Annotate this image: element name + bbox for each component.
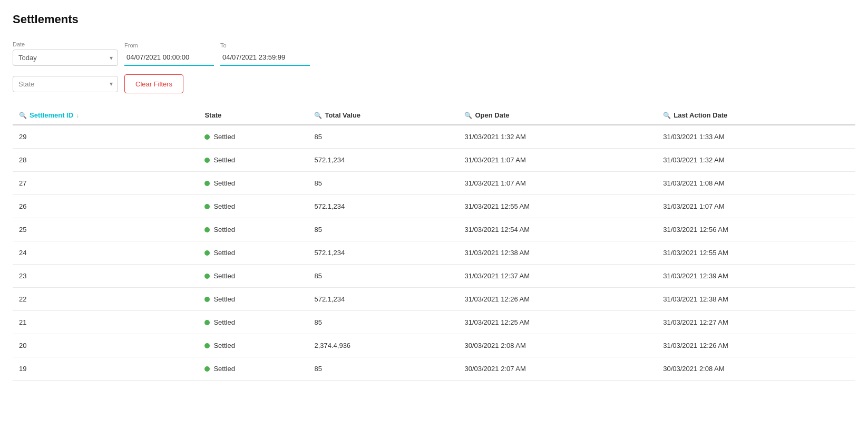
state-cell: Settled [198,241,308,265]
state-label: Settled [213,226,235,233]
date-filter-group: Date Today Yesterday Last 7 Days Last 30… [13,41,118,66]
settlement-id-cell: 21 [13,311,198,334]
open-date-search-icon: 🔍 [464,112,472,119]
open-date-cell: 31/03/2021 1:07 AM [458,149,657,172]
state-label: Settled [213,295,235,303]
state-indicator-dot [204,274,210,279]
last-action-date-cell: 31/03/2021 1:33 AM [657,125,855,149]
from-date-input[interactable] [124,50,214,66]
to-date-input[interactable] [220,50,310,66]
col-last-action-date: 🔍 Last Action Date [657,106,855,125]
state-cell: Settled [198,195,308,218]
table-header-row: 🔍 Settlement ID ↓ State 🔍 Total [13,106,855,125]
state-label: Settled [213,249,235,257]
settlements-table: 🔍 Settlement ID ↓ State 🔍 Total [13,106,855,381]
settlement-id-cell: 26 [13,195,198,218]
state-select-wrapper: State Settled Open Pending ▾ [13,76,118,92]
state-cell: Settled [198,288,308,311]
total-value-cell: 2,374.4,936 [308,334,458,357]
state-cell: Settled [198,218,308,241]
state-indicator-dot [204,158,210,163]
total-value-cell: 85 [308,265,458,288]
state-indicator-dot [204,227,210,232]
table-row[interactable]: 24Settled572.1,23431/03/2021 12:38 AM31/… [13,241,855,265]
total-value-cell: 85 [308,172,458,195]
total-value-cell: 85 [308,357,458,381]
settlement-id-cell: 29 [13,125,198,149]
settlement-id-search-icon: 🔍 [19,112,27,119]
open-date-cell: 31/03/2021 1:07 AM [458,172,657,195]
settlement-id-cell: 25 [13,218,198,241]
state-label: Settled [213,272,235,280]
state-indicator-dot [204,181,210,186]
state-label: Settled [213,365,235,373]
table-row[interactable]: 29Settled8531/03/2021 1:32 AM31/03/2021 … [13,125,855,149]
table-row[interactable]: 20Settled2,374.4,93630/03/2021 2:08 AM31… [13,334,855,357]
last-action-date-cell: 31/03/2021 12:26 AM [657,334,855,357]
settlement-id-cell: 20 [13,334,198,357]
table-row[interactable]: 25Settled8531/03/2021 12:54 AM31/03/2021… [13,218,855,241]
last-action-date-cell: 31/03/2021 1:08 AM [657,172,855,195]
col-open-date-label: Open Date [475,111,509,119]
settlements-table-container: 🔍 Settlement ID ↓ State 🔍 Total [13,106,855,381]
total-value-cell: 85 [308,125,458,149]
date-filter-label: Date [13,41,118,47]
table-header: 🔍 Settlement ID ↓ State 🔍 Total [13,106,855,125]
total-value-cell: 572.1,234 [308,288,458,311]
to-label: To [220,42,310,48]
from-date-group: From [124,42,214,66]
page-container: Settlements Date Today Yesterday Last 7 … [0,0,868,393]
total-value-cell: 572.1,234 [308,241,458,265]
state-label: Settled [213,133,235,141]
table-row[interactable]: 23Settled8531/03/2021 12:37 AM31/03/2021… [13,265,855,288]
settlement-id-sort-icon[interactable]: ↓ [76,112,79,119]
last-action-date-cell: 31/03/2021 1:32 AM [657,149,855,172]
open-date-cell: 30/03/2021 2:07 AM [458,357,657,381]
col-state: State [198,106,308,125]
last-action-date-cell: 31/03/2021 12:55 AM [657,241,855,265]
total-value-cell: 572.1,234 [308,149,458,172]
open-date-cell: 31/03/2021 12:26 AM [458,288,657,311]
settlement-id-cell: 19 [13,357,198,381]
settlement-id-cell: 23 [13,265,198,288]
table-row[interactable]: 21Settled8531/03/2021 12:25 AM31/03/2021… [13,311,855,334]
date-select[interactable]: Today Yesterday Last 7 Days Last 30 Days… [13,50,118,66]
last-action-date-cell: 31/03/2021 1:07 AM [657,195,855,218]
col-settlement-id: 🔍 Settlement ID ↓ [13,106,198,125]
state-label: Settled [213,202,235,210]
open-date-cell: 31/03/2021 12:25 AM [458,311,657,334]
open-date-cell: 31/03/2021 1:32 AM [458,125,657,149]
state-label: Settled [213,179,235,187]
table-row[interactable]: 22Settled572.1,23431/03/2021 12:26 AM31/… [13,288,855,311]
settlement-id-cell: 27 [13,172,198,195]
col-total-value-label: Total Value [325,111,360,119]
filters-row-2: State Settled Open Pending ▾ Clear Filte… [13,74,855,93]
total-value-cell: 572.1,234 [308,195,458,218]
state-indicator-dot [204,204,210,209]
from-label: From [124,42,214,48]
to-date-group: To [220,42,310,66]
state-indicator-dot [204,134,210,140]
state-indicator-dot [204,343,210,348]
filters-row-1: Date Today Yesterday Last 7 Days Last 30… [13,41,855,66]
last-action-date-cell: 31/03/2021 12:39 AM [657,265,855,288]
table-row[interactable]: 26Settled572.1,23431/03/2021 12:55 AM31/… [13,195,855,218]
state-cell: Settled [198,149,308,172]
last-action-date-cell: 31/03/2021 12:56 AM [657,218,855,241]
settlement-id-cell: 24 [13,241,198,265]
state-indicator-dot [204,366,210,372]
table-row[interactable]: 27Settled8531/03/2021 1:07 AM31/03/2021 … [13,172,855,195]
open-date-cell: 31/03/2021 12:55 AM [458,195,657,218]
table-row[interactable]: 19Settled8530/03/2021 2:07 AM30/03/2021 … [13,357,855,381]
state-cell: Settled [198,125,308,149]
state-select[interactable]: State Settled Open Pending [13,76,118,92]
state-cell: Settled [198,334,308,357]
open-date-cell: 30/03/2021 2:08 AM [458,334,657,357]
clear-filters-button[interactable]: Clear Filters [124,74,183,93]
last-action-date-cell: 30/03/2021 2:08 AM [657,357,855,381]
col-state-label: State [204,111,221,119]
state-label: Settled [213,318,235,326]
table-body: 29Settled8531/03/2021 1:32 AM31/03/2021 … [13,125,855,381]
state-cell: Settled [198,172,308,195]
table-row[interactable]: 28Settled572.1,23431/03/2021 1:07 AM31/0… [13,149,855,172]
